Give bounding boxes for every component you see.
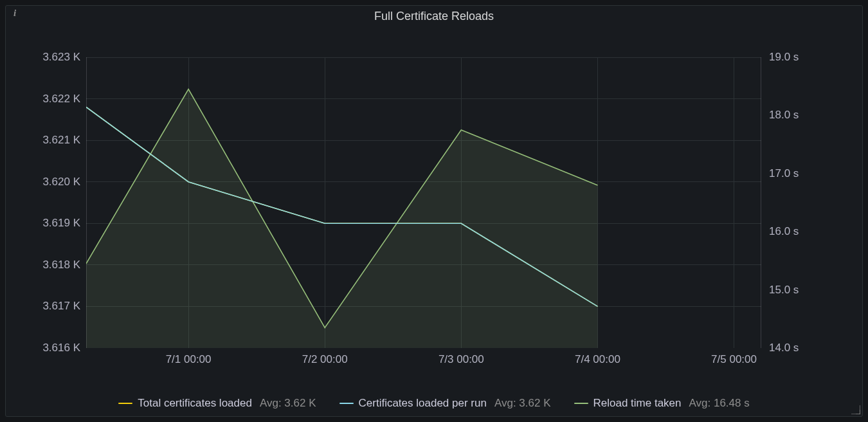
axis-tick-label: 3.617 K: [42, 300, 80, 313]
legend-item[interactable]: Reload time takenAvg: 16.48 s: [574, 397, 750, 410]
axis-tick-label: 18.0 s: [769, 109, 799, 122]
legend-color-swatch: [118, 403, 132, 404]
axis-tick-label: 3.623 K: [42, 51, 80, 64]
axis-tick-label: 3.621 K: [42, 134, 80, 147]
axis-tick-label: 3.618 K: [42, 259, 80, 271]
axis-tick-label: 14.0 s: [769, 342, 799, 354]
legend-color-swatch: [339, 403, 354, 404]
axis-tick-label: 7/2 00:00: [302, 353, 348, 366]
axis-tick-label: 3.616 K: [42, 342, 80, 354]
axis-tick-label: 16.0 s: [769, 225, 799, 238]
legend-color-swatch: [574, 403, 588, 404]
axis-tick-label: 7/5 00:00: [711, 353, 757, 366]
legend-series-stat: Avg: 3.62 K: [260, 397, 316, 410]
axis-tick-label: 19.0 s: [769, 51, 799, 64]
axis-tick-label: 17.0 s: [769, 167, 799, 180]
legend-series-stat: Avg: 3.62 K: [494, 397, 551, 410]
chart-plot-area[interactable]: [86, 57, 761, 348]
axis-tick-label: 15.0 s: [769, 284, 799, 297]
chart-panel: i Full Certificate Reloads 3.616 K3.617 …: [5, 5, 863, 417]
legend-series-stat: Avg: 16.48 s: [689, 397, 750, 410]
legend-series-name: Certificates loaded per run: [359, 397, 487, 410]
legend-series-name: Total certificates loaded: [138, 397, 252, 410]
legend-item[interactable]: Total certificates loadedAvg: 3.62 K: [118, 397, 316, 410]
panel-title[interactable]: Full Certificate Reloads: [6, 10, 862, 23]
axis-tick-label: 3.620 K: [42, 176, 80, 188]
legend-item[interactable]: Certificates loaded per runAvg: 3.62 K: [339, 397, 551, 410]
axis-tick-label: 3.622 K: [42, 93, 80, 106]
axis-tick-label: 7/1 00:00: [166, 353, 212, 366]
axis-tick-label: 7/3 00:00: [439, 353, 484, 366]
legend-series-name: Reload time taken: [593, 397, 682, 410]
axis-tick-label: 7/4 00:00: [575, 353, 620, 366]
chart-legend: Total certificates loadedAvg: 3.62 KCert…: [6, 397, 862, 410]
axis-tick-label: 3.619 K: [42, 217, 80, 230]
